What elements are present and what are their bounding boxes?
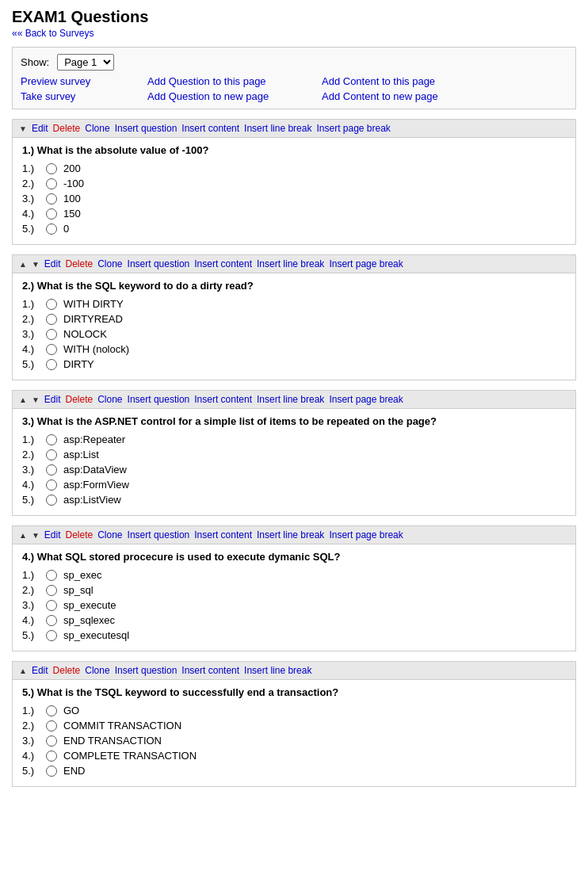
radio-1-3[interactable] [46, 193, 57, 204]
option-5-1-text: GO [63, 705, 79, 716]
option-2-4: 4.) WITH (nolock) [22, 343, 566, 355]
insert-content-5[interactable]: Insert content [181, 665, 239, 676]
radio-4-1[interactable] [46, 570, 57, 581]
insert-line-break-1[interactable]: Insert line break [244, 123, 311, 134]
edit-5[interactable]: Edit [32, 665, 48, 676]
radio-5-1[interactable] [46, 705, 57, 716]
add-question-this-page-link[interactable]: Add Question to this page [147, 75, 322, 87]
question-1-toolbar: ▼ Edit Delete Clone Insert question Inse… [13, 120, 575, 138]
page-select[interactable]: Page 1 [57, 54, 114, 71]
radio-1-5[interactable] [46, 223, 57, 235]
radio-1-1[interactable] [46, 163, 57, 174]
preview-survey-link[interactable]: Preview survey [21, 75, 147, 87]
toolbar-links: Preview survey Add Question to this page… [21, 75, 567, 102]
radio-3-2[interactable] [46, 449, 57, 460]
radio-5-4[interactable] [46, 751, 57, 762]
down-arrow-3[interactable]: ▼ [32, 395, 40, 404]
radio-2-5[interactable] [46, 359, 57, 370]
down-arrow-1[interactable]: ▼ [19, 124, 27, 133]
delete-3[interactable]: Delete [66, 394, 94, 405]
page-title: EXAM1 Questions [12, 8, 576, 26]
insert-content-2[interactable]: Insert content [194, 258, 252, 269]
insert-question-5[interactable]: Insert question [115, 665, 178, 676]
clone-5[interactable]: Clone [85, 665, 109, 676]
option-4-4-text: sp_sqlexec [63, 614, 115, 626]
radio-2-1[interactable] [46, 299, 57, 310]
edit-2[interactable]: Edit [44, 258, 61, 269]
up-arrow-3[interactable]: ▲ [19, 395, 27, 404]
radio-2-4[interactable] [46, 344, 57, 355]
delete-2[interactable]: Delete [66, 258, 94, 269]
insert-line-break-5[interactable]: Insert line break [244, 665, 311, 676]
option-1-1: 1.) 200 [22, 162, 566, 174]
option-4-1: 1.) sp_exec [22, 569, 566, 581]
back-to-surveys-link[interactable]: «« Back to Surveys [12, 28, 576, 39]
insert-question-4[interactable]: Insert question [128, 529, 190, 540]
add-question-new-page-link[interactable]: Add Question to new page [147, 90, 322, 102]
option-4-5-text: sp_executesql [63, 629, 129, 641]
insert-content-4[interactable]: Insert content [194, 529, 252, 540]
edit-3[interactable]: Edit [44, 394, 61, 405]
insert-content-1[interactable]: Insert content [181, 123, 239, 134]
clone-4[interactable]: Clone [97, 529, 122, 540]
insert-line-break-2[interactable]: Insert line break [257, 258, 324, 269]
option-4-1-text: sp_exec [63, 569, 101, 581]
insert-page-break-1[interactable]: Insert page break [316, 123, 390, 134]
clone-1[interactable]: Clone [85, 123, 109, 134]
up-arrow-5[interactable]: ▲ [19, 667, 27, 675]
radio-4-4[interactable] [46, 615, 57, 626]
clone-3[interactable]: Clone [97, 394, 122, 405]
question-3-toolbar: ▲ ▼ Edit Delete Clone Insert question In… [13, 391, 575, 409]
radio-5-2[interactable] [46, 720, 57, 731]
question-4-box: ▲ ▼ Edit Delete Clone Insert question In… [12, 525, 576, 651]
down-arrow-2[interactable]: ▼ [32, 260, 40, 269]
question-5-text: 5.) What is the TSQL keyword to successf… [22, 686, 566, 698]
radio-3-4[interactable] [46, 479, 57, 491]
insert-line-break-4[interactable]: Insert line break [257, 529, 324, 540]
option-2-5: 5.) DIRTY [22, 358, 566, 370]
delete-4[interactable]: Delete [66, 529, 94, 540]
question-5-box: ▲ Edit Delete Clone Insert question Inse… [12, 661, 576, 787]
option-4-5: 5.) sp_executesql [22, 629, 566, 641]
insert-content-3[interactable]: Insert content [194, 394, 252, 405]
radio-3-3[interactable] [46, 464, 57, 476]
option-3-3-text: asp:DataView [63, 464, 127, 476]
take-survey-link[interactable]: Take survey [21, 90, 147, 102]
question-5-toolbar: ▲ Edit Delete Clone Insert question Inse… [13, 662, 575, 680]
edit-4[interactable]: Edit [44, 529, 61, 540]
insert-line-break-3[interactable]: Insert line break [257, 394, 324, 405]
option-2-4-text: WITH (nolock) [63, 343, 129, 355]
down-arrow-4[interactable]: ▼ [32, 531, 40, 540]
delete-5[interactable]: Delete [53, 665, 81, 676]
radio-3-1[interactable] [46, 434, 57, 445]
radio-4-2[interactable] [46, 585, 57, 596]
option-4-3-text: sp_execute [63, 599, 116, 611]
radio-5-5[interactable] [46, 766, 57, 777]
up-arrow-2[interactable]: ▲ [19, 260, 27, 269]
radio-4-3[interactable] [46, 600, 57, 611]
insert-page-break-2[interactable]: Insert page break [329, 258, 403, 269]
option-1-2-text: -100 [63, 178, 84, 189]
radio-4-5[interactable] [46, 630, 57, 641]
clone-2[interactable]: Clone [97, 258, 122, 269]
radio-1-4[interactable] [46, 208, 57, 220]
radio-3-5[interactable] [46, 495, 57, 506]
insert-page-break-3[interactable]: Insert page break [329, 394, 403, 405]
option-5-1: 1.) GO [22, 705, 566, 716]
radio-2-3[interactable] [46, 329, 57, 340]
edit-1[interactable]: Edit [32, 123, 48, 134]
insert-question-3[interactable]: Insert question [128, 394, 190, 405]
radio-2-2[interactable] [46, 314, 57, 325]
insert-page-break-4[interactable]: Insert page break [329, 529, 403, 540]
up-arrow-4[interactable]: ▲ [19, 531, 27, 540]
option-4-3: 3.) sp_execute [22, 599, 566, 611]
insert-question-2[interactable]: Insert question [128, 258, 190, 269]
radio-1-2[interactable] [46, 178, 57, 189]
radio-5-3[interactable] [46, 735, 57, 747]
add-content-new-page-link[interactable]: Add Content to new page [322, 90, 496, 102]
insert-question-1[interactable]: Insert question [115, 123, 178, 134]
question-5-body: 5.) What is the TSQL keyword to successf… [13, 680, 575, 786]
option-3-2: 2.) asp:List [22, 449, 566, 460]
delete-1[interactable]: Delete [53, 123, 81, 134]
add-content-this-page-link[interactable]: Add Content to this page [322, 75, 496, 87]
